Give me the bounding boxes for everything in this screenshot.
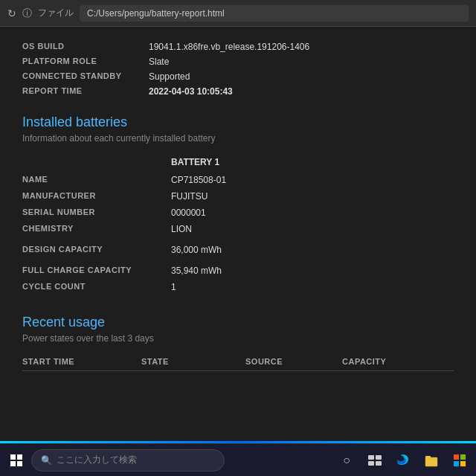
sysinfo-row-1: PLATFORM ROLE Slate <box>22 57 454 67</box>
battery-row-0: NAME CP718508-01 <box>22 175 454 185</box>
taskbar-search-placeholder: ここに入力して検索 <box>57 454 137 466</box>
svg-rect-10 <box>454 454 459 460</box>
battery-value-6: 1 <box>171 282 454 292</box>
battery-row-3: CHEMISTRY LION <box>22 224 454 234</box>
svg-rect-2 <box>10 461 16 466</box>
sysinfo-value-0: 19041.1.x86fre.vb_release.191206-1406 <box>149 42 309 52</box>
battery-col-empty <box>22 157 171 167</box>
file-label: ファイル <box>38 7 74 19</box>
sysinfo-label-1: PLATFORM ROLE <box>22 57 149 67</box>
main-content: OS BUILD 19041.1.x86fre.vb_release.19120… <box>0 27 476 443</box>
system-info-section: OS BUILD 19041.1.x86fre.vb_release.19120… <box>22 42 454 97</box>
taskbar-edge-icon[interactable] <box>391 448 415 472</box>
battery-value-0: CP718508-01 <box>171 175 454 185</box>
svg-rect-4 <box>368 455 374 460</box>
sysinfo-value-3: 2022-04-03 10:05:43 <box>149 86 233 97</box>
svg-rect-0 <box>10 454 16 460</box>
battery-col-header: BATTERY 1 <box>171 157 454 167</box>
svg-rect-13 <box>460 461 466 466</box>
battery-row-1: MANUFACTURER FUJITSU <box>22 191 454 202</box>
sysinfo-row-0: OS BUILD 19041.1.x86fre.vb_release.19120… <box>22 42 454 52</box>
sysinfo-value-1: Slate <box>149 57 169 67</box>
svg-rect-5 <box>376 455 382 460</box>
taskbar-search-icon: 🔍 <box>41 455 52 466</box>
taskbar-icon-tray: ○ <box>335 448 472 472</box>
batteries-subtitle: Information about each currently install… <box>22 133 454 144</box>
battery-label-4: DESIGN CAPACITY <box>22 245 171 254</box>
battery-label-3: CHEMISTRY <box>22 224 171 233</box>
taskbar: 🔍 ここに入力して検索 ○ <box>0 443 476 476</box>
battery-label-2: SERIAL NUMBER <box>22 208 171 216</box>
sysinfo-value-2: Supported <box>149 71 190 82</box>
svg-rect-6 <box>368 461 374 466</box>
svg-rect-1 <box>17 454 22 460</box>
taskbar-search-button[interactable]: ○ <box>335 448 358 472</box>
col-header-capacity: CAPACITY <box>342 357 454 366</box>
battery-table: BATTERY 1 NAME CP718508-01 MANUFACTURER … <box>22 157 454 292</box>
battery-row-5: FULL CHARGE CAPACITY 35,940 mWh <box>22 266 454 276</box>
sysinfo-row-3: REPORT TIME 2022-04-03 10:05:43 <box>22 86 454 97</box>
battery-value-2: 0000001 <box>171 208 454 218</box>
battery-header-row: BATTERY 1 <box>22 157 454 167</box>
svg-rect-12 <box>454 461 459 466</box>
info-icon: ⓘ <box>22 7 32 20</box>
svg-rect-7 <box>376 461 382 466</box>
battery-label-0: NAME <box>22 175 171 184</box>
url-bar[interactable] <box>80 5 469 22</box>
sysinfo-row-2: CONNECTED STANDBY Supported <box>22 71 454 82</box>
taskbar-explorer-icon[interactable] <box>419 448 443 472</box>
taskbar-search-box[interactable]: 🔍 ここに入力して検索 <box>31 449 225 472</box>
battery-row-4: DESIGN CAPACITY 36,000 mWh <box>22 245 454 255</box>
batteries-title: Installed batteries <box>22 115 454 130</box>
battery-value-1: FUJITSU <box>171 191 454 202</box>
col-header-state: STATE <box>141 357 245 366</box>
svg-rect-3 <box>17 461 22 466</box>
start-button[interactable] <box>4 448 28 472</box>
recent-table-header: START TIME STATE SOURCE CAPACITY <box>22 357 454 371</box>
battery-label-6: CYCLE COUNT <box>22 282 171 291</box>
installed-batteries-section: Installed batteries Information about ea… <box>22 115 454 292</box>
taskbar-task-view-button[interactable] <box>363 448 387 472</box>
recent-usage-section: Recent usage Power states over the last … <box>22 315 454 371</box>
sysinfo-label-0: OS BUILD <box>22 42 149 52</box>
sysinfo-label-2: CONNECTED STANDBY <box>22 71 149 82</box>
svg-rect-11 <box>460 454 466 460</box>
battery-row-2: SERIAL NUMBER 0000001 <box>22 208 454 218</box>
browser-bar: ↻ ⓘ ファイル <box>0 0 476 27</box>
battery-value-5: 35,940 mWh <box>171 266 454 276</box>
battery-label-1: MANUFACTURER <box>22 191 171 200</box>
refresh-icon[interactable]: ↻ <box>7 7 16 19</box>
battery-label-5: FULL CHARGE CAPACITY <box>22 266 171 274</box>
recent-usage-subtitle: Power states over the last 3 days <box>22 333 454 344</box>
recent-usage-title: Recent usage <box>22 315 454 330</box>
battery-value-3: LION <box>171 224 454 234</box>
col-header-start: START TIME <box>22 357 141 366</box>
svg-rect-9 <box>425 456 431 459</box>
col-header-source: SOURCE <box>245 357 342 366</box>
battery-row-6: CYCLE COUNT 1 <box>22 282 454 292</box>
taskbar-store-icon[interactable] <box>448 448 472 472</box>
sysinfo-label-3: REPORT TIME <box>22 86 149 97</box>
battery-value-4: 36,000 mWh <box>171 245 454 255</box>
